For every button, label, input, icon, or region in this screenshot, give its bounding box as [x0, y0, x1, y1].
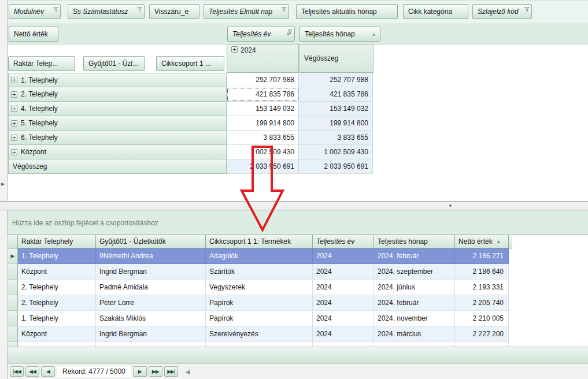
grid-column-header[interactable]: Gyűjtő01 - Üzletkötők: [96, 235, 206, 248]
table-cell[interactable]: 2024: [313, 342, 374, 347]
pivot-grand-total-cell[interactable]: 252 707 988: [299, 73, 373, 87]
nav-next-page-button[interactable]: ▶▶: [149, 366, 162, 377]
table-cell[interactable]: 2024. február: [374, 248, 455, 264]
table-cell[interactable]: 2024: [313, 248, 374, 264]
table-cell[interactable]: 2. Telephely: [18, 295, 96, 311]
table-row[interactable]: KözpontIngrid BergmanSzárítók20242024. s…: [8, 264, 509, 280]
filter-funnel-icon[interactable]: [53, 6, 58, 11]
pivot-row-header[interactable]: Végösszeg: [8, 159, 227, 174]
table-cell[interactable]: Központ: [18, 264, 96, 280]
table-cell[interactable]: 2 210 005: [455, 311, 509, 326]
pivot-column-field-button[interactable]: Teljesítés hónap▲: [299, 27, 380, 42]
row-indicator[interactable]: [8, 295, 18, 311]
pivot-row-field-button[interactable]: Gyűjtő01 - Üzl...: [83, 56, 145, 71]
table-row[interactable]: 2. TelephelyPeter LorrePapírok20242024. …: [8, 295, 509, 311]
table-cell[interactable]: 9Némethi Andrea: [96, 248, 206, 264]
table-cell[interactable]: Vegyszerek: [206, 280, 313, 295]
table-cell[interactable]: 2. Telephely: [18, 280, 96, 295]
left-splitter-gutter[interactable]: ▶: [0, 0, 8, 379]
pivot-row-field-button[interactable]: Cikkcsoport 1 ...: [156, 56, 224, 71]
table-cell[interactable]: 2024. november: [374, 311, 455, 326]
pivot-row-header[interactable]: +5. Telephely: [8, 116, 227, 131]
grid-column-header[interactable]: Teljesítés év: [313, 235, 374, 248]
grid-column-header[interactable]: Raktár Telephely: [18, 235, 96, 248]
pivot-value-cell[interactable]: 2 033 950 691: [227, 159, 299, 174]
table-cell[interactable]: 2024. augusztus: [374, 342, 455, 347]
filter-funnel-icon[interactable]: [282, 6, 287, 11]
table-cell[interactable]: 1. Telephely: [18, 248, 96, 264]
filter-field-button[interactable]: Teljesítés Elmúlt nap: [204, 4, 289, 19]
table-row[interactable]: KözpontPat BenatarNyomdagépek20242024. a…: [8, 342, 509, 347]
pivot-row-header[interactable]: +1. Telephely: [8, 73, 227, 87]
table-cell[interactable]: Peter Lorre: [96, 295, 206, 311]
filter-field-button[interactable]: Szlajelző kód: [472, 4, 532, 19]
table-cell[interactable]: 2024: [313, 326, 374, 342]
pivot-grand-total-cell[interactable]: 1 002 509 430: [299, 145, 373, 159]
pivot-row-header[interactable]: +4. Telephely: [8, 102, 227, 116]
pivot-grand-total-cell[interactable]: 421 835 786: [299, 87, 373, 102]
splitter-collapse-icon[interactable]: ▼: [448, 203, 453, 209]
table-cell[interactable]: 2024: [313, 264, 374, 280]
table-cell[interactable]: Papírok: [206, 295, 313, 311]
table-cell[interactable]: 2 231 081: [455, 342, 509, 347]
pivot-column-header-grand-total[interactable]: Végösszeg: [299, 44, 373, 73]
expand-icon[interactable]: +: [11, 106, 17, 112]
filter-field-button[interactable]: Teljesítés aktuális hónap: [296, 4, 398, 19]
row-indicator[interactable]: [8, 311, 18, 326]
row-indicator[interactable]: [8, 342, 18, 347]
table-cell[interactable]: Központ: [18, 342, 96, 347]
pivot-column-header-2024[interactable]: + 2024: [227, 44, 299, 73]
table-cell[interactable]: Szárítók: [206, 264, 313, 280]
grid-column-header[interactable]: Nettó érték▲: [455, 235, 509, 248]
pivot-value-cell[interactable]: 3 833 655: [227, 131, 299, 145]
filter-field-button[interactable]: Visszáru_e: [149, 4, 199, 19]
pivot-row-header[interactable]: +6. Telephely: [8, 131, 227, 145]
expand-icon[interactable]: +: [11, 149, 17, 155]
pivot-value-cell[interactable]: 421 835 786: [227, 87, 299, 102]
expand-icon[interactable]: +: [11, 135, 17, 141]
grid-column-header[interactable]: Teljesítés hónap: [374, 235, 455, 248]
grid-column-header[interactable]: Cikkcsoport 1 1: Termékek: [206, 235, 313, 248]
row-indicator[interactable]: [8, 280, 18, 295]
horizontal-splitter[interactable]: ▼: [0, 201, 588, 210]
filter-funnel-icon[interactable]: [287, 28, 293, 34]
hscrollbar-left-arrow-icon[interactable]: ◀: [186, 369, 190, 375]
nav-next-button[interactable]: ▶: [133, 366, 147, 377]
selected-row-indicator-icon[interactable]: ▶: [8, 248, 18, 264]
filter-funnel-icon[interactable]: [524, 6, 530, 11]
table-cell[interactable]: Padmé Amidala: [96, 280, 206, 295]
nav-first-button[interactable]: |◀◀: [10, 366, 24, 377]
table-cell[interactable]: Szerelvényezés: [206, 326, 313, 342]
table-row[interactable]: ▶1. Telephely9Némethi AndreaAdagolók2024…: [8, 248, 509, 264]
table-cell[interactable]: 2 205 740: [455, 295, 509, 311]
row-indicator[interactable]: [8, 326, 18, 342]
pivot-value-cell[interactable]: 153 149 032: [227, 102, 299, 116]
table-cell[interactable]: 2 186 271: [455, 248, 509, 264]
pivot-row-field-button[interactable]: Raktár Telep...: [8, 56, 75, 71]
table-cell[interactable]: 2024: [313, 295, 374, 311]
table-cell[interactable]: 2024. június: [374, 280, 455, 295]
pivot-grand-total-cell[interactable]: 199 914 800: [299, 116, 373, 131]
pivot-data-field-button[interactable]: Nettó érték: [9, 27, 58, 42]
nav-prev-page-button[interactable]: ◀◀: [25, 366, 39, 377]
table-cell[interactable]: Szakáts Miklós: [96, 311, 206, 326]
expand-icon[interactable]: +: [11, 77, 17, 83]
row-indicator[interactable]: [8, 264, 18, 280]
nav-prev-button[interactable]: ◀: [41, 366, 55, 377]
grid-group-panel[interactable]: Húzza ide az oszlop fejlécet a csoportos…: [8, 210, 588, 235]
expand-icon[interactable]: +: [11, 120, 17, 127]
pivot-grand-total-cell[interactable]: 3 833 655: [299, 131, 373, 145]
filter-field-button[interactable]: Cikk kategória: [403, 4, 468, 19]
table-cell[interactable]: Nyomdagépek: [206, 342, 313, 347]
table-cell[interactable]: 2 227 200: [455, 326, 509, 342]
expand-icon[interactable]: +: [11, 91, 17, 98]
splitter-expand-icon[interactable]: ▶: [1, 182, 5, 187]
nav-last-button[interactable]: ▶▶|: [164, 366, 178, 377]
table-cell[interactable]: 1. Telephely: [18, 311, 96, 326]
table-cell[interactable]: Papírok: [206, 311, 313, 326]
table-cell[interactable]: Pat Benatar: [96, 342, 206, 347]
table-row[interactable]: 1. TelephelySzakáts MiklósPapírok2024202…: [8, 311, 509, 326]
expand-icon[interactable]: +: [231, 46, 238, 53]
pivot-row-header[interactable]: +Központ: [8, 145, 227, 159]
pivot-value-cell[interactable]: 1 002 509 430: [227, 145, 299, 159]
